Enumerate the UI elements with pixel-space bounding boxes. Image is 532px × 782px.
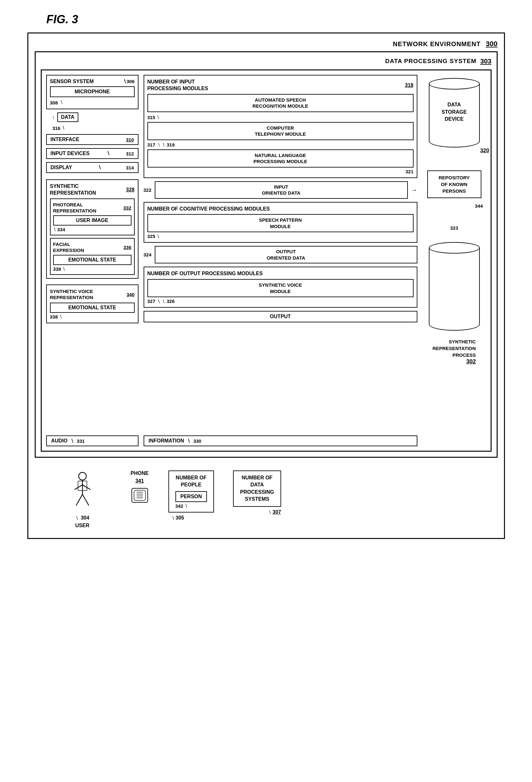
ref-319: 319: [167, 142, 175, 147]
emotional-state-2-box: EMOTIONAL STATE: [50, 303, 135, 313]
user-stick-figure: [70, 470, 95, 512]
svg-line-2: [75, 485, 82, 490]
interface-box: INTERFACE 310: [46, 134, 139, 145]
user-image-ref: 334: [57, 227, 65, 232]
nlp-module-box: NATURAL LANGUAGEPROCESSING MODULE: [147, 149, 414, 168]
synth-repr-label: SYNTHETICREPRESENTATION: [50, 183, 96, 197]
synth-voice-repr-ref: 340: [126, 292, 135, 297]
dps-ref: 303: [480, 57, 491, 65]
photoreal-ref: 332: [123, 205, 131, 211]
data-box: DATA: [57, 112, 78, 122]
ref-325: 325: [147, 234, 155, 239]
sensor-system-ref: ∖306: [123, 79, 135, 84]
num-output-proc-label: NUMBER OF OUTPUT PROCESSING MODULES: [147, 271, 414, 277]
emotional-state-1-box: EMOTIONAL STATE: [53, 255, 131, 265]
audio-box: AUDIO ∖ 331: [46, 435, 139, 446]
num-dps-ref: 307: [272, 509, 281, 515]
num-cognitive-label: NUMBER OF COGNITIVE PROCESSING MODULES: [147, 206, 414, 212]
figure-title: FIG. 3: [46, 13, 505, 26]
sensor-system-label: SENSOR SYSTEM: [50, 79, 94, 84]
phone-label: PHONE: [130, 470, 149, 476]
ref-305: 305: [176, 515, 184, 521]
svg-point-0: [79, 472, 86, 480]
input-devices-box: INPUT DEVICES ∖ 312: [46, 148, 139, 159]
microphone-box: MICROPHONE: [50, 86, 135, 97]
display-box: DISPLAY ∖ 314: [46, 162, 139, 173]
svg-line-3: [82, 485, 90, 490]
phone-ref: 341: [135, 478, 144, 484]
ref-308: 308: [50, 100, 58, 105]
ref-327: 327: [147, 298, 155, 304]
ref-315: 315: [147, 115, 155, 120]
ref-326: 326: [167, 298, 175, 304]
output-box: OUTPUT: [144, 311, 417, 322]
synth-repr-process-label: SYNTHETICREPRESENTATIONPROCESS: [432, 338, 476, 358]
repository-ref: 344: [475, 203, 483, 209]
synth-voice-repr-label: SYNTHETIC VOICEREPRESENTATION: [50, 288, 93, 301]
ref-338-2: 338: [50, 314, 58, 319]
photoreal-label: PHOTOREALREPRESENTATION: [53, 202, 97, 214]
user-label: USER: [75, 523, 89, 528]
ref-338-1: 338: [53, 266, 61, 272]
computer-tel-box: COMPUTERTELEPHONY MODULE: [147, 122, 414, 140]
network-env-ref: 300: [486, 40, 498, 48]
facial-expr-ref: 336: [123, 245, 131, 250]
speech-pattern-box: SPEECH PATTERNMODULE: [147, 214, 414, 232]
network-env-label: NETWORK ENVIRONMENT: [393, 40, 481, 48]
num-input-proc-label: NUMBER OF INPUTPROCESSING MODULES: [147, 79, 208, 92]
repository-box: REPOSITORYOF KNOWNPERSONS: [427, 170, 481, 198]
ref-317: 317: [147, 142, 155, 147]
ref-321: 321: [405, 169, 413, 174]
asr-module-box: AUTOMATED SPEECHRECOGNITION MODULE: [147, 94, 414, 112]
num-people-label: NUMBER OFPEOPLE: [176, 474, 207, 489]
synth-voice-module-box: SYNTHETIC VOICEMODULE: [147, 279, 414, 297]
data-storage-label: DATASTORAGEDEVICE: [442, 102, 467, 122]
svg-line-4: [76, 494, 82, 505]
output-oriented-ref: 324: [144, 252, 152, 257]
user-image-box: USER IMAGE: [53, 215, 131, 225]
synth-repr-process-ref: 302: [432, 358, 476, 365]
synth-repr-ref: 328: [126, 187, 135, 193]
input-oriented-box: INPUTORIENTED DATA: [155, 181, 408, 199]
num-dps-label: NUMBER OFDATAPROCESSINGSYSTEMS: [240, 474, 274, 503]
ref-342: 342: [176, 503, 183, 509]
ref-323: 323: [450, 225, 458, 230]
user-ref: 304: [81, 515, 89, 521]
phone-icon: [130, 486, 149, 505]
num-input-proc-ref: 318: [405, 82, 414, 88]
dps-label: DATA PROCESSING SYSTEM: [385, 58, 477, 65]
svg-line-5: [82, 494, 89, 505]
page: FIG. 3 NETWORK ENVIRONMENT 300 DATA PROC…: [27, 13, 505, 539]
output-oriented-box: OUTPUTORIENTED DATA: [155, 246, 417, 263]
ref-316-label: 316: [52, 126, 61, 131]
input-oriented-ref: 322: [144, 187, 152, 193]
facial-expr-label: FACIALEXPRESSION: [53, 241, 84, 254]
information-box: INFORMATION ∖ 330: [144, 435, 417, 446]
person-box: PERSON: [176, 491, 207, 502]
data-storage-ref: 320: [480, 147, 489, 154]
